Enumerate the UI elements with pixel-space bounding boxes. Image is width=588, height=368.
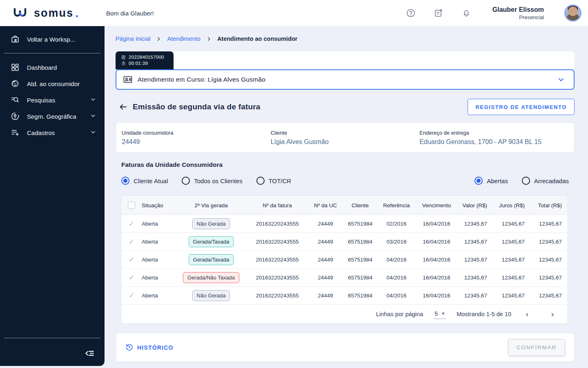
situacao-cell: Aberta <box>142 257 176 263</box>
vencimento-cell: 16/04/2016 <box>415 239 458 245</box>
fatura-cell: 20163220243555 <box>246 221 308 227</box>
select-all-cell <box>121 202 142 209</box>
radio-unselected-icon[interactable] <box>182 177 190 185</box>
next-page-icon[interactable]: › <box>547 309 558 319</box>
radio-selected-icon[interactable] <box>474 177 483 185</box>
radio-unselected-icon[interactable] <box>256 177 265 185</box>
listplus-icon <box>11 128 20 137</box>
sidebar-item-label: Segm. Geográfica <box>27 113 76 120</box>
column-header: Valor (R$) <box>458 202 493 208</box>
chevron-down-icon[interactable] <box>90 113 96 120</box>
valor-cell: 12345,67 <box>458 257 493 263</box>
note-icon <box>121 55 126 60</box>
briefcase-icon <box>11 35 20 44</box>
uc-cell: 24449 <box>308 257 343 263</box>
via-gerada-cell: Gerada/Taxada <box>176 236 246 247</box>
help-icon[interactable] <box>406 8 416 18</box>
table-row[interactable]: ✓AbertaGerada/Taxada20163220243555244496… <box>121 233 568 251</box>
info-field-cliente: Cliente Lígia Alves Gusmão <box>271 130 420 146</box>
consumer-info-card: Unidade consumidora 24449 Cliente Lígia … <box>116 122 575 153</box>
registro-atendimento-button[interactable]: REGISTRO DE ATENDIMENTO <box>468 99 575 115</box>
chevron-down-icon[interactable] <box>90 96 96 104</box>
fatura-cell: 20163220243555 <box>246 293 308 299</box>
user-mode: Presencial <box>492 14 544 20</box>
sidebar-item-segm-geografica[interactable]: Segm. Geográfica <box>0 108 105 124</box>
back-arrow-icon[interactable] <box>119 102 128 111</box>
rows-per-page-label: Linhas por página <box>376 311 423 317</box>
attendance-in-progress-panel[interactable]: Atendimento em Curso: Lígia Alves Gusmão <box>116 69 575 90</box>
previous-page-icon[interactable]: ‹ <box>522 309 532 319</box>
confirmar-button[interactable]: CONFIRMAR <box>508 339 565 356</box>
radio-label: TOT/CR <box>269 177 292 184</box>
cliente-cell: 65751984 <box>343 293 378 299</box>
sidebar-item-dashboard[interactable]: Dashboard <box>0 59 105 75</box>
via-gerada-cell: Não Gerada <box>176 290 246 301</box>
total-cell: 12345,67 <box>530 275 568 281</box>
top-bar: SOMUS . Bom dia Glauber! Glauber Elissom… <box>0 0 588 26</box>
info-value: Eduardo Geronass, 1700 - AP 9034 BL 15 <box>419 138 568 146</box>
sidebar-item-label: Dashboard <box>27 64 57 71</box>
row-select-cell: ✓ <box>121 237 142 246</box>
uc-cell: 24449 <box>308 239 343 245</box>
via-gerada-badge: Gerada/Taxada <box>189 254 234 265</box>
table-row[interactable]: ✓AbertaNão Gerada20163220243555244496575… <box>121 286 568 304</box>
session-tab[interactable]: 2022840157000 00:01:39 <box>116 51 174 69</box>
historico-button[interactable]: HISTÓRICO <box>125 343 174 352</box>
referencia-cell: 03/2016 <box>378 239 415 245</box>
client-filter-radio[interactable]: Todos os Clientes <box>182 177 242 185</box>
page-size-select[interactable]: 5 ▼ <box>434 310 446 319</box>
info-value: Lígia Alves Gusmão <box>271 138 420 146</box>
sidebar-item-voltar-workspace[interactable]: Voltar a Worksp... <box>0 31 105 47</box>
sidebar-item-atd-consumidor[interactable]: Atd. ao consumidor <box>0 75 105 92</box>
client-filter-radio[interactable]: TOT/CR <box>256 177 292 185</box>
radio-selected-icon[interactable] <box>121 177 129 185</box>
juros-cell: 12345,67 <box>493 239 530 245</box>
brand-dot: . <box>75 6 78 20</box>
status-filter-group: AbertasArrecadadas <box>474 177 569 185</box>
consumer-icon <box>11 79 20 88</box>
contact-card-icon <box>123 75 133 84</box>
note-add-icon[interactable] <box>434 8 443 18</box>
check-icon: ✓ <box>129 273 134 282</box>
table-row[interactable]: ✓AbertaGerada/Não Taxada2016322024355524… <box>121 268 568 286</box>
somus-logo-icon <box>13 8 31 18</box>
dashboard-icon <box>11 63 20 72</box>
breadcrumb-item[interactable]: Atendimento <box>167 35 200 42</box>
history-icon <box>125 343 134 352</box>
chevron-down-icon[interactable] <box>90 129 96 137</box>
cliente-cell: 65751984 <box>343 239 378 245</box>
sidebar-collapse-icon[interactable] <box>84 348 95 359</box>
table-row[interactable]: ✓AbertaGerada/Taxada20163220243555244496… <box>121 251 568 268</box>
select-all-checkbox[interactable] <box>128 202 135 209</box>
info-label: Cliente <box>271 130 420 136</box>
sidebar-item-cadastros[interactable]: Cadastros <box>0 124 105 141</box>
sidebar-item-pesquisas[interactable]: Pesquisas <box>0 92 105 108</box>
avatar[interactable] <box>564 4 581 22</box>
client-filter-radio[interactable]: Cliente Atual <box>121 177 168 185</box>
sidebar-item-label: Voltar a Worksp... <box>27 36 75 43</box>
table-body: ✓AbertaNão Gerada20163220243555244496575… <box>121 215 568 304</box>
status-filter-radio[interactable]: Arrecadadas <box>522 177 569 185</box>
footer-actions: HISTÓRICO CONFIRMAR <box>116 333 575 362</box>
showing-range-label: Mostrando 1-5 de 10 <box>457 311 511 317</box>
juros-cell: 12345,67 <box>493 221 530 227</box>
chevron-down-icon[interactable] <box>557 76 565 83</box>
radio-label: Arrecadadas <box>534 177 569 184</box>
info-label: Endereço de entrega <box>419 130 568 136</box>
radio-unselected-icon[interactable] <box>522 177 530 185</box>
check-icon: ✓ <box>129 291 134 300</box>
row-select-cell: ✓ <box>121 291 142 300</box>
bell-icon[interactable] <box>461 8 471 18</box>
valor-cell: 12345,67 <box>458 221 493 227</box>
valor-cell: 12345,67 <box>458 275 493 281</box>
breadcrumb: Página inicialAtendimentoAtendimento ao … <box>116 35 575 42</box>
info-value: 24449 <box>122 138 271 146</box>
table-row[interactable]: ✓AbertaNão Gerada20163220243555244496575… <box>121 215 568 233</box>
via-gerada-cell: Não Gerada <box>176 218 246 229</box>
breadcrumb-item[interactable]: Página inicial <box>116 35 150 42</box>
brand-logo: SOMUS . <box>0 6 105 20</box>
sidebar-item-label: Atd. ao consumidor <box>27 80 80 87</box>
juros-cell: 12345,67 <box>493 293 530 299</box>
user-info[interactable]: Glauber Elissom Presencial <box>492 6 544 20</box>
status-filter-radio[interactable]: Abertas <box>474 177 508 185</box>
